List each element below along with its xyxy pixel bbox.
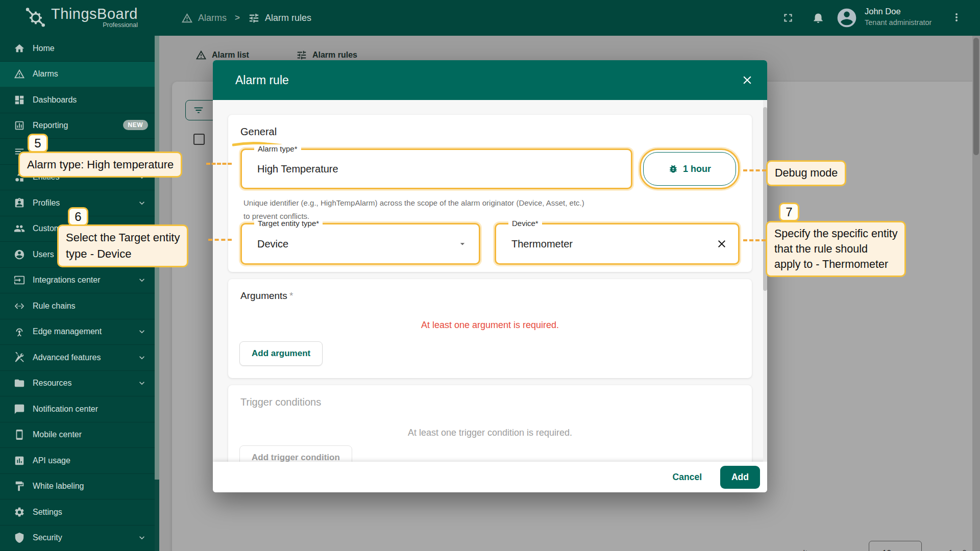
user-name: John Doe [865,7,932,16]
step-5-badge: 5 [28,134,48,153]
sidebar-item-rule-chains[interactable]: Rule chains [0,293,159,319]
dropdown-caret-icon[interactable] [457,239,468,249]
sidebar-item-label: Advanced features [33,353,101,362]
user-role: Tenant administrator [865,18,932,27]
arguments-section-title: Arguments* [240,290,740,302]
sidebar-item-label: API usage [33,456,70,465]
reporting-icon [14,120,25,131]
thingsboard-logo-icon [23,5,47,29]
chevron-down-icon [137,327,147,337]
required-asterisk: * [289,290,293,301]
breadcrumb-label: Alarm rules [265,13,311,23]
add-argument-button[interactable]: Add argument [239,341,323,366]
sidebar-item-settings[interactable]: Settings [0,499,159,525]
add-button[interactable]: Add [720,466,760,489]
sidebar-item-label: Users [33,250,54,259]
sidebar-item-alarms[interactable]: Alarms [0,62,159,88]
sidebar-item-home[interactable]: Home [0,36,159,62]
sidebar-item-integrations-center[interactable]: Integrations center [0,268,159,294]
warning-icon [181,12,193,24]
sidebar-item-white-labeling[interactable]: White labeling [0,474,159,500]
debug-mode-callout: Debug mode [766,160,846,186]
device-field[interactable]: Device* Thermometer [495,223,740,265]
clear-device-icon[interactable] [716,238,728,250]
close-icon[interactable] [741,73,754,87]
step-6-connector [208,239,232,241]
sidebar-item-mobile-center[interactable]: Mobile center [0,422,159,448]
more-options-icon[interactable] [950,11,963,23]
step-7-callout: Specify the specific entity that the rul… [766,221,906,277]
breadcrumb-item-alarm-rules[interactable]: Alarm rules [248,12,311,24]
debug-duration-label: 1 hour [683,164,711,174]
edge-icon [14,326,25,337]
top-bar: ThingsBoard Professional Alarms>Alarm ru… [0,0,980,36]
sidebar-item-label: Home [33,44,55,53]
sidebar-item-reporting[interactable]: ReportingNEW [0,113,159,139]
notifications-bell-icon[interactable] [812,11,825,24]
general-section-title: General [240,126,740,138]
sidebar-nav: HomeAlarmsDashboardsReportingNEWEntities… [0,36,159,551]
target-entity-type-select[interactable]: Target entity type* Device [240,223,480,265]
chevron-down-icon [137,533,147,543]
sidebar-item-advanced-features[interactable]: Advanced features [0,345,159,371]
breadcrumb-label: Alarms [198,13,227,23]
breadcrumb-separator: > [235,13,240,23]
target-entity-type-value: Device [257,238,288,250]
step-7-line-3: apply to - Thermometer [774,257,897,272]
settings-icon [14,507,25,518]
dialog-title: Alarm rule [235,73,741,87]
sidebar-item-edge-management[interactable]: Edge management [0,319,159,345]
step-5-text: Alarm type: High temperature [20,153,181,176]
trigger-conditions-title: Trigger conditions [240,396,740,408]
sidebar-item-label: Mobile center [33,430,82,439]
target-entity-type-label: Target entity type* [254,219,323,228]
step-6-line-1: Select the Target entity [66,230,180,246]
sidebar-item-label: Edge management [33,327,102,336]
white-labeling-icon [14,481,25,492]
dashboards-icon [14,94,25,106]
notification-icon [14,404,25,415]
breadcrumb-item-alarms[interactable]: Alarms [181,12,227,24]
sidebar-item-api-usage[interactable]: API usage [0,448,159,474]
sidebar-item-dashboards[interactable]: Dashboards [0,87,159,113]
sidebar-item-label: White labeling [33,482,84,491]
general-section: General Alarm type* High Temperature 1 h… [228,115,752,272]
sidebar-item-label: Settings [33,508,62,517]
dialog-header: Alarm rule [213,60,767,100]
sidebar-item-label: Notification center [33,405,98,414]
avatar[interactable] [836,7,858,29]
step-7-badge: 7 [779,203,799,221]
device-label: Device* [508,219,542,228]
sidebar-item-label: Resources [33,379,71,388]
dialog-body: General Alarm type* High Temperature 1 h… [213,100,767,462]
user-block[interactable]: John Doe Tenant administrator [865,7,932,27]
new-badge: NEW [123,120,149,130]
dialog-scrollbar[interactable] [763,100,767,462]
thingsboard-logo[interactable]: ThingsBoard Professional [23,5,138,29]
sidebar-item-resources[interactable]: Resources [0,371,159,397]
bug-icon [668,164,678,174]
mobile-icon [14,429,25,440]
step-5-callout: Alarm type: High temperature [18,152,182,178]
home-icon [14,43,25,54]
sidebar-item-notification-center[interactable]: Notification center [0,396,159,422]
arguments-title-text: Arguments [240,290,287,301]
brand-subtitle: Professional [51,21,138,29]
hint-line-1: Unique identifier (e.g., HighTempAlarm) … [243,196,584,210]
sidebar-item-security[interactable]: Security [0,525,159,551]
users-icon [14,249,25,260]
add-trigger-condition-button[interactable]: Add trigger condition [239,445,352,462]
breadcrumb: Alarms>Alarm rules [181,0,311,36]
chevron-down-icon [137,378,147,388]
dialog-footer: Cancel Add [213,462,767,492]
chevron-down-icon [137,353,147,363]
debug-mode-button[interactable]: 1 hour [643,152,736,186]
cancel-button[interactable]: Cancel [666,467,709,488]
alarm-type-field[interactable]: Alarm type* High Temperature [240,148,632,189]
sidebar-scrollbar[interactable] [155,36,159,551]
alarm-type-label: Alarm type* [254,144,301,153]
tune-icon [248,12,260,24]
fullscreen-icon[interactable] [781,11,795,24]
api-icon [14,455,25,466]
device-value: Thermometer [511,238,573,250]
